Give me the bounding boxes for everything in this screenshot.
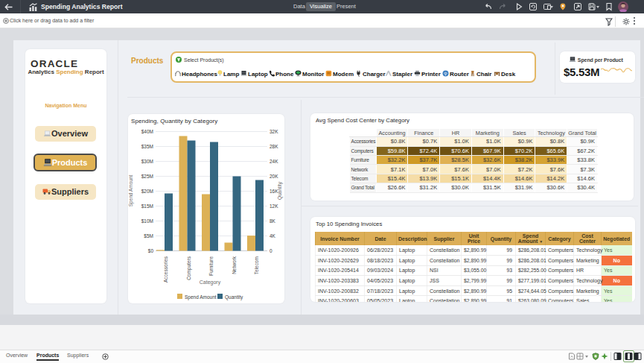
svg-text:Quantity: Quantity: [277, 181, 283, 200]
svg-text:Telecom: Telecom: [254, 256, 259, 274]
svg-text:12K: 12K: [270, 203, 278, 209]
svg-text:$0: $0: [148, 248, 154, 253]
svg-text:Spend Amount: Spend Amount: [185, 294, 217, 300]
svg-text:Network: Network: [232, 256, 237, 274]
svg-text:4K: 4K: [270, 233, 276, 239]
svg-text:Furniture: Furniture: [208, 256, 214, 276]
svg-text:20K: 20K: [270, 174, 278, 179]
svg-text:$35M: $35M: [141, 144, 153, 149]
svg-text:$20M: $20M: [141, 189, 153, 194]
svg-text:Computers: Computers: [186, 256, 192, 280]
svg-text:Spend Amount: Spend Amount: [128, 174, 134, 206]
svg-text:24K: 24K: [270, 159, 278, 164]
svg-text:8K: 8K: [270, 218, 276, 224]
svg-text:Category: Category: [200, 280, 221, 285]
svg-text:Quantity: Quantity: [225, 294, 243, 300]
svg-text:32K: 32K: [270, 129, 278, 134]
svg-text:$10M: $10M: [141, 218, 153, 224]
svg-text:0: 0: [270, 248, 272, 253]
svg-text:Accessories: Accessories: [163, 256, 168, 282]
svg-text:$5M: $5M: [144, 233, 153, 239]
svg-text:$15M: $15M: [141, 203, 153, 209]
svg-text:$40M: $40M: [141, 129, 153, 134]
svg-text:$30M: $30M: [141, 159, 153, 164]
svg-text:$25M: $25M: [141, 174, 153, 179]
svg-text:28K: 28K: [270, 144, 278, 149]
